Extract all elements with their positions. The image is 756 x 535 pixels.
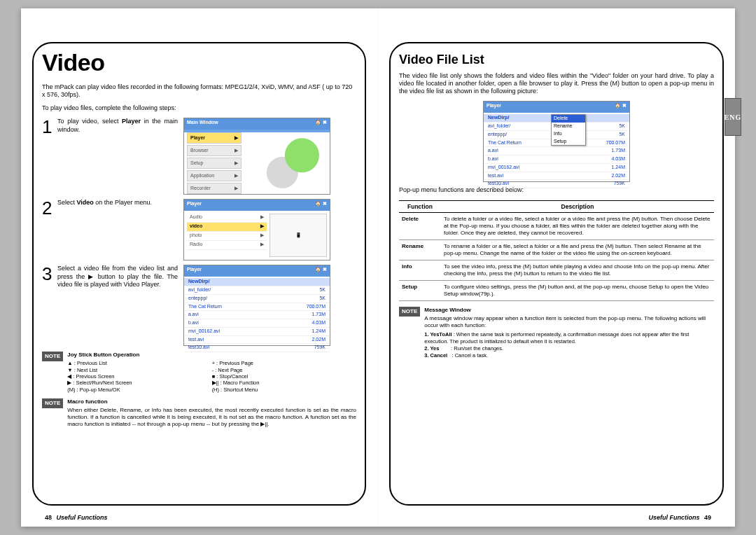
page-49: ENG Video File List The video file list … <box>378 8 735 527</box>
step-1: 1 To play video, select Player in the ma… <box>42 118 356 195</box>
popup-menu: Delete Rename Info Setup <box>551 114 586 146</box>
step-num: 3 <box>42 265 57 346</box>
player-thumbnail: 📱 <box>270 214 327 257</box>
note-macro: NOTE Macro function When either Delete, … <box>42 398 356 428</box>
intro-2: To play video files, complete the follow… <box>42 104 356 112</box>
screenshot-popup: Player🏠 ✖ NewDirp/ avi_folder/5K enteppp… <box>483 101 630 182</box>
page-title: Video <box>42 48 356 78</box>
table-row: SetupTo configure video settings, press … <box>399 281 714 301</box>
note-joystick: NOTE Joy Stick Button Operation ▲ : Prev… <box>42 352 356 393</box>
table-header-description: Description <box>441 200 714 213</box>
manual-spread: Video The mPack can play video files rec… <box>21 8 735 527</box>
note-label: NOTE <box>399 307 420 317</box>
page-footer: 48 Useful Functions <box>42 514 108 521</box>
note-message-window: NOTE Message Window A message window may… <box>399 307 714 360</box>
table-row: DeleteTo delete a folder or a video file… <box>399 213 714 240</box>
step-num: 2 <box>42 199 57 260</box>
note-title: Message Window <box>424 307 714 314</box>
table-row: InfoTo see the video info, press the (M)… <box>399 260 714 281</box>
screenshot-file-list: Player🏠 ✖ NewDirp/ avi_folder/5K enteppp… <box>183 265 330 346</box>
page-footer: Useful Functions 49 <box>648 514 714 521</box>
step-desc: Select a video file from the video list … <box>57 265 183 346</box>
note-body: When either Delete, Rename, or Info has … <box>67 407 356 428</box>
table-row: RenameTo rename a folder or a file, sele… <box>399 240 714 260</box>
note-label: NOTE <box>42 352 63 361</box>
screenshot-player-menu: Player🏠 ✖ Audio▶ video▶ photo▶ Radio▶ 📱 <box>183 199 330 260</box>
step-3: 3 Select a video file from the video lis… <box>42 265 356 346</box>
table-header-function: Function <box>399 200 441 213</box>
step-2: 2 Select Video on the Player menu. Playe… <box>42 199 356 260</box>
note-label: NOTE <box>42 398 63 408</box>
step-desc: To play video, select Player in the main… <box>57 118 183 195</box>
step-desc: Select Video on the Player menu. <box>57 199 183 260</box>
function-table: Function Description DeleteTo delete a f… <box>399 200 714 302</box>
language-tab: ENG <box>724 98 741 136</box>
note-title: Joy Stick Button Operation <box>67 352 356 359</box>
intro-1: The mPack can play video files recorded … <box>42 83 356 99</box>
page-48: Video The mPack can play video files rec… <box>21 8 378 527</box>
note-title: Macro function <box>67 398 356 405</box>
section-title: Video File List <box>399 52 714 68</box>
section-intro: The video file list only shows the folde… <box>399 72 714 96</box>
screenshot-main-window: Main Window🏠 ✖ Player▶ Browser▶ Setup▶ A… <box>183 118 330 195</box>
step-num: 1 <box>42 118 57 195</box>
